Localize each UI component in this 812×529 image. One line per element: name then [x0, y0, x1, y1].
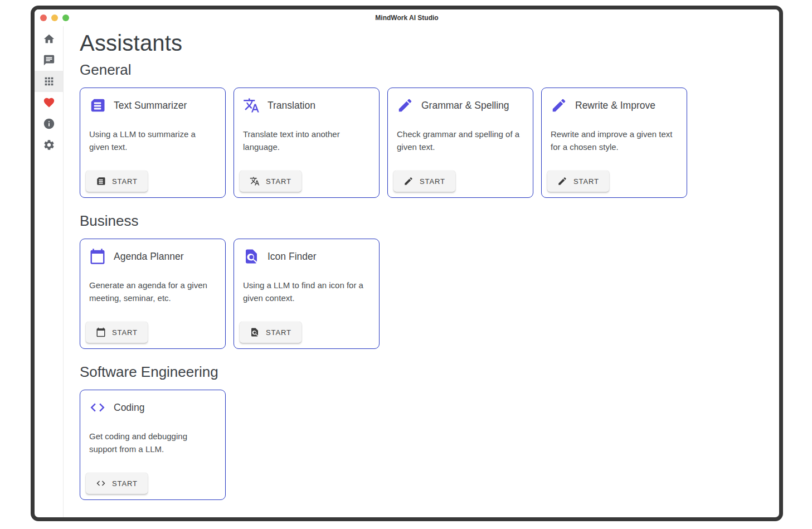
- card-translation: Translation Translate text into another …: [234, 88, 380, 198]
- start-translation-button[interactable]: START: [240, 171, 302, 192]
- pencil-icon: [403, 176, 414, 186]
- sidebar-item-about[interactable]: [35, 113, 63, 134]
- card-description: Check grammar and spelling of a given te…: [397, 128, 524, 153]
- code-icon: [89, 399, 106, 416]
- start-rewrite-improve-button[interactable]: START: [547, 171, 609, 192]
- settings-gear-icon: [43, 139, 55, 151]
- card-title: Icon Finder: [268, 251, 317, 263]
- card-row-software-engineering: Coding Get coding and debugging support …: [80, 390, 768, 500]
- start-grammar-spelling-button[interactable]: START: [393, 171, 455, 192]
- sidebar-item-favorites[interactable]: [35, 92, 63, 113]
- pencil-icon: [397, 97, 414, 114]
- section-title-general: General: [80, 61, 768, 79]
- card-title: Rewrite & Improve: [575, 100, 655, 111]
- card-icon-finder: Icon Finder Using a LLM to find an icon …: [234, 239, 380, 349]
- card-row-general: Text Summarizer Using a LLM to summarize…: [80, 88, 768, 198]
- card-title: Grammar & Spelling: [421, 100, 509, 111]
- card-description: Using a LLM to summarize a given text.: [89, 128, 216, 153]
- apps-grid-icon: [43, 75, 55, 88]
- start-text-summarizer-button[interactable]: START: [86, 171, 148, 192]
- calendar-icon: [96, 327, 106, 337]
- card-title: Coding: [114, 402, 144, 414]
- info-icon: [43, 118, 55, 130]
- card-description: Rewrite and improve a given text for a c…: [551, 128, 678, 153]
- calendar-icon: [89, 248, 106, 265]
- translate-icon: [250, 176, 260, 186]
- card-title: Agenda Planner: [114, 251, 184, 263]
- heart-icon: [43, 96, 55, 109]
- code-icon: [96, 478, 106, 488]
- card-text-summarizer: Text Summarizer Using a LLM to summarize…: [80, 88, 226, 198]
- sidebar-item-assistants[interactable]: [35, 71, 63, 92]
- document-lines-icon: [89, 97, 106, 114]
- document-lines-icon: [96, 176, 106, 186]
- app-window: MindWork AI Studio Assistants: [31, 6, 783, 521]
- start-icon-finder-button[interactable]: START: [240, 322, 302, 343]
- find-icon: [250, 327, 260, 337]
- card-description: Get coding and debugging support from a …: [89, 430, 216, 455]
- chat-icon: [43, 54, 55, 66]
- card-coding: Coding Get coding and debugging support …: [80, 390, 226, 500]
- card-title: Translation: [268, 100, 315, 111]
- main-content: Assistants General Text Summarizer Using…: [64, 26, 779, 517]
- card-description: Using a LLM to find an icon for a given …: [243, 279, 370, 304]
- card-rewrite-improve: Rewrite & Improve Rewrite and improve a …: [541, 88, 687, 198]
- sidebar-item-home[interactable]: [35, 28, 63, 50]
- section-title-software-engineering: Software Engineering: [80, 363, 768, 381]
- sidebar-item-settings[interactable]: [35, 134, 63, 156]
- card-row-business: Agenda Planner Generate an agenda for a …: [80, 239, 768, 349]
- titlebar: MindWork AI Studio: [35, 9, 779, 26]
- pencil-icon: [551, 97, 567, 114]
- find-icon: [243, 248, 260, 265]
- card-grammar-spelling: Grammar & Spelling Check grammar and spe…: [387, 88, 533, 198]
- home-icon: [43, 33, 55, 45]
- sidebar-item-chats[interactable]: [35, 50, 63, 71]
- card-agenda-planner: Agenda Planner Generate an agenda for a …: [80, 239, 226, 349]
- window-title: MindWork AI Studio: [35, 9, 779, 26]
- sidebar: [35, 26, 64, 517]
- card-description: Generate an agenda for a given meeting, …: [89, 279, 216, 304]
- start-coding-button[interactable]: START: [86, 473, 148, 494]
- page-title: Assistants: [80, 31, 768, 56]
- card-title: Text Summarizer: [114, 100, 187, 111]
- start-agenda-planner-button[interactable]: START: [86, 322, 148, 343]
- section-title-business: Business: [80, 212, 768, 230]
- card-description: Translate text into another language.: [243, 128, 370, 153]
- pencil-icon: [557, 176, 567, 186]
- translate-icon: [243, 97, 260, 114]
